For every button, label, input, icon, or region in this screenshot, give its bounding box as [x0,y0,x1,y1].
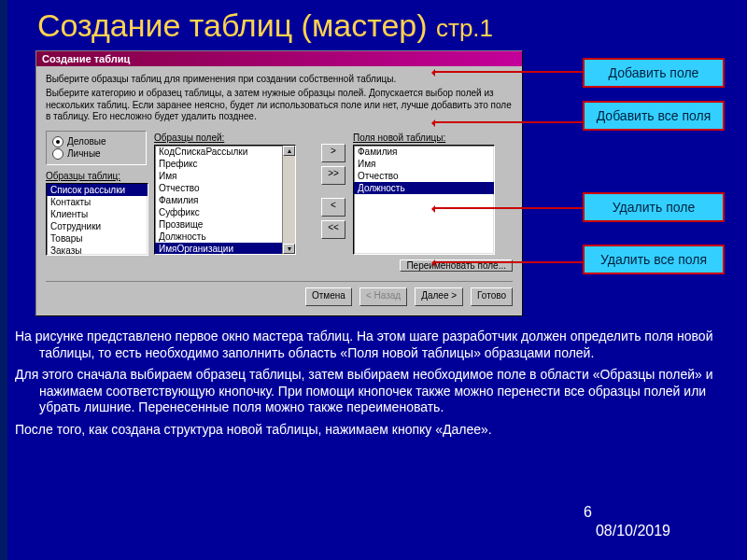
list-item[interactable]: Сотрудники [47,220,148,232]
slide-number: 6 [584,504,592,521]
list-item[interactable]: Префикс [155,158,295,170]
listbox-sample-fields[interactable]: КодСпискаРассылки Префикс Имя Отчество Ф… [154,145,296,255]
radio-personal[interactable]: Личные [52,148,140,160]
callout-arrow [433,207,583,209]
label-sample-fields: Образцы полей: [154,133,314,143]
list-item[interactable]: Контакты [47,196,148,208]
list-item[interactable]: ИмяОрганизации [155,243,295,255]
listbox-table-samples[interactable]: Список рассылки Контакты Клиенты Сотрудн… [46,183,148,256]
annotation-add-all-fields: Добавить все поля [583,101,725,131]
radio-dot-icon [52,148,63,160]
wizard-dialog: Создание таблиц Выберите образцы таблиц … [35,50,523,316]
list-item[interactable]: Заказы [47,245,148,256]
callout-arrow [433,71,583,73]
annotation-add-field: Добавить поле [583,58,725,88]
list-item[interactable]: Суффикс [155,206,295,218]
body-paragraph-2: Для этого сначала выбираем образец табли… [0,367,728,422]
list-item[interactable]: Список рассылки [47,184,148,196]
list-item[interactable]: Должность [354,182,494,194]
body-paragraph-1: На рисунке представлено первое окно маст… [0,329,728,367]
list-item[interactable]: Фамилия [155,194,295,206]
list-item[interactable]: Товары [47,232,148,245]
list-item[interactable]: Прозвище [155,218,295,231]
list-item[interactable]: Отчество [354,170,494,182]
callout-arrow [433,261,583,263]
remove-all-fields-button[interactable]: << [321,220,345,239]
radio-dot-icon [52,136,63,147]
list-item[interactable]: Отчество [155,182,295,194]
list-item[interactable]: Фамилия [354,146,494,158]
list-item[interactable]: Имя [155,170,295,182]
scrollbar[interactable] [282,146,295,254]
remove-field-button[interactable]: < [321,198,345,217]
label-new-table-fields: Поля новой таблицы: [353,133,513,143]
dialog-instruction-1: Выберите образцы таблиц для применения п… [46,74,513,84]
add-all-fields-button[interactable]: >> [321,166,345,185]
category-radiogroup: Деловые Личные [46,131,147,165]
dialog-titlebar: Создание таблиц [36,51,522,66]
slide-date: 08/10/2019 [596,523,670,539]
dialog-instruction-2: Выберите категорию и образец таблицы, а … [46,88,513,123]
body-paragraph-3: После того, как создана структура новой … [0,422,728,444]
title-main: Создание таблиц (мастер) [37,7,428,43]
annotation-remove-all-fields: Удалить все поля [583,245,725,274]
list-item[interactable]: Должность [155,231,295,243]
list-item[interactable]: Клиенты [47,208,148,220]
label-samples: Образцы таблиц: [46,171,147,181]
cancel-button[interactable]: Отмена [305,287,352,306]
annotation-remove-field: Удалить поле [583,192,725,222]
finish-button[interactable]: Готово [471,287,513,306]
radio-business[interactable]: Деловые [52,136,140,147]
list-item[interactable]: КодСпискаРассылки [155,146,295,158]
next-button[interactable]: Далее > [415,287,463,306]
callout-arrow [433,121,583,123]
add-field-button[interactable]: > [321,144,345,162]
slide-title: Создание таблиц (мастер) стр.1 [0,0,747,48]
title-page: стр.1 [436,14,493,42]
back-button[interactable]: < Назад [359,287,407,306]
listbox-new-table-fields[interactable]: Фамилия Имя Отчество Должность [353,145,495,255]
list-item[interactable]: Имя [354,158,494,170]
